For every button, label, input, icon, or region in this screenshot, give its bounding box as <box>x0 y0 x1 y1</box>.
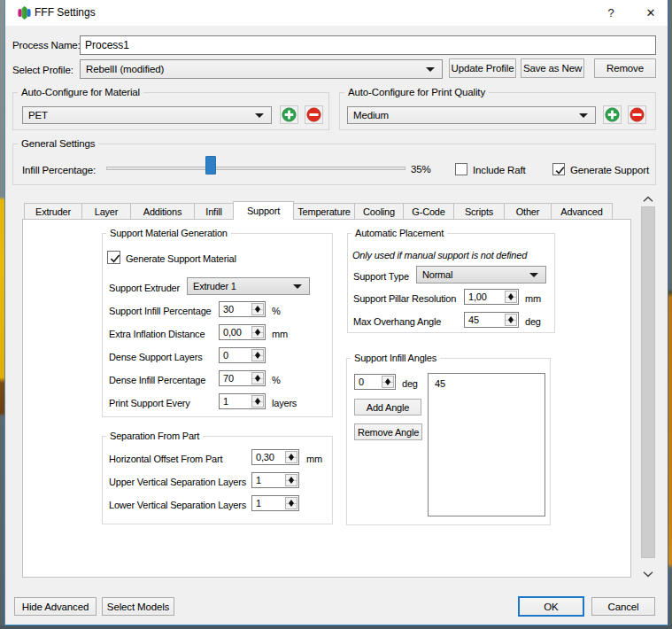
quality-combobox[interactable]: Medium <box>347 106 596 124</box>
scrollbar-thumb[interactable] <box>641 206 655 558</box>
tab-additions[interactable]: Additions <box>130 203 195 219</box>
scroll-down-icon[interactable] <box>642 571 654 578</box>
support-extruder-value: Extruder 1 <box>193 278 236 294</box>
tab-gcode[interactable]: G-Code <box>403 203 454 219</box>
row-unit: % <box>272 305 281 317</box>
minus-circle-icon <box>306 107 321 122</box>
spinner-buttons[interactable] <box>382 376 394 388</box>
spin-down-icon[interactable] <box>289 503 294 507</box>
tab-other[interactable]: Other <box>504 203 552 219</box>
angles-listbox[interactable]: 45 <box>428 373 545 516</box>
profile-combobox[interactable]: RebelII (modified) <box>80 59 443 79</box>
lower-vertical-separation-spinbox[interactable]: 1 <box>251 495 299 511</box>
save-as-new-button[interactable]: Save as New <box>521 58 584 78</box>
spin-down-icon[interactable] <box>255 378 260 382</box>
add-angle-button[interactable]: Add Angle <box>354 399 421 415</box>
title-bar[interactable]: FFF Settings ? ✕ <box>5 0 668 26</box>
include-raft-checkbox[interactable] <box>455 163 467 175</box>
chevron-down-icon <box>579 113 588 118</box>
row-label: Extra Inflation Distance <box>109 328 205 340</box>
spin-down-icon[interactable] <box>255 309 260 313</box>
spin-down-icon[interactable] <box>255 332 260 336</box>
row-label: Dense Infill Percentage <box>109 374 205 386</box>
support-extruder-combobox[interactable]: Extruder 1 <box>187 277 310 295</box>
generate-support-checkbox[interactable] <box>552 163 565 175</box>
extra-inflation-distance-spinbox[interactable]: 0,00 <box>219 324 266 340</box>
tab-infill[interactable]: Infill <box>194 203 234 219</box>
print-support-every-spinbox[interactable]: 1 <box>219 393 266 409</box>
spin-down-icon[interactable] <box>289 480 294 484</box>
dense-infill-percentage-spinbox[interactable]: 70 <box>219 370 266 386</box>
remove-button[interactable]: Remove <box>594 58 656 78</box>
tab-extruder[interactable]: Extruder <box>24 203 82 219</box>
tab-temperature[interactable]: Temperature <box>293 203 355 219</box>
spinner-buttons[interactable] <box>251 326 264 338</box>
spinner-buttons[interactable] <box>251 372 264 384</box>
generate-support-material-checkbox[interactable] <box>107 251 120 264</box>
row-label: Print Support Every <box>109 397 190 409</box>
support-infill-angles-title: Support Infill Angles <box>351 353 440 364</box>
spin-value: 0,00 <box>223 325 242 339</box>
support-generation-title: Support Material Generation <box>106 228 231 239</box>
angle-spinbox[interactable]: 0 <box>354 374 396 390</box>
dense-support-layers-spinbox[interactable]: 0 <box>219 347 266 363</box>
spinner-buttons[interactable] <box>251 349 264 361</box>
cancel-button[interactable]: Cancel <box>591 597 655 616</box>
hide-advanced-button[interactable]: Hide Advanced <box>14 597 97 616</box>
row-unit: deg <box>525 315 541 328</box>
tab-support[interactable]: Support <box>233 201 294 220</box>
add-material-button[interactable] <box>280 105 298 124</box>
material-combobox[interactable]: PET <box>22 106 272 124</box>
update-profile-button[interactable]: Update Profile <box>449 58 516 78</box>
tab-cooling[interactable]: Cooling <box>354 203 404 219</box>
help-button[interactable]: ? <box>599 0 623 26</box>
spin-down-icon[interactable] <box>289 457 294 461</box>
spinner-buttons[interactable] <box>505 314 517 326</box>
window-title: FFF Settings <box>35 0 96 26</box>
spinner-buttons[interactable] <box>251 303 264 315</box>
remove-angle-button[interactable]: Remove Angle <box>354 423 422 440</box>
spin-down-icon[interactable] <box>255 401 260 405</box>
add-quality-button[interactable] <box>603 105 622 124</box>
row-unit: mm <box>306 453 322 465</box>
infill-slider-handle[interactable] <box>205 156 216 175</box>
placement-note: Only used if manual support is not defin… <box>352 249 527 261</box>
process-name-input[interactable]: Process1 <box>80 35 656 55</box>
spinner-buttons[interactable] <box>251 395 264 408</box>
spin-down-icon[interactable] <box>508 297 514 300</box>
tab-layer[interactable]: Layer <box>81 203 131 219</box>
list-item[interactable]: 45 <box>435 377 445 390</box>
plus-circle-icon <box>282 107 297 122</box>
ok-button[interactable]: OK <box>518 596 584 617</box>
spinner-buttons[interactable] <box>505 291 517 303</box>
select-models-button[interactable]: Select Models <box>102 597 174 616</box>
checkmark-icon <box>554 165 566 176</box>
infill-percentage-value: 35% <box>411 163 431 175</box>
tab-scripts[interactable]: Scripts <box>453 203 505 219</box>
close-button[interactable]: ✕ <box>637 0 664 26</box>
spin-down-icon[interactable] <box>385 382 390 385</box>
background-bottom-strip <box>0 625 672 629</box>
chevron-down-icon <box>293 284 302 289</box>
separation-title: Separation From Part <box>106 431 203 442</box>
infill-slider-track[interactable] <box>106 167 406 170</box>
support-type-combobox[interactable]: Normal <box>416 266 546 283</box>
upper-vertical-separation-spinbox[interactable]: 1 <box>251 472 299 488</box>
support-infill-percentage-spinbox[interactable]: 30 <box>219 301 266 317</box>
spinner-buttons[interactable] <box>285 451 297 463</box>
material-group-title: Auto-Configure for Material <box>18 87 143 98</box>
spin-value: 0 <box>359 375 364 389</box>
remove-material-button[interactable] <box>305 105 323 124</box>
support-pillar-resolution-spinbox[interactable]: 1,00 <box>464 289 519 305</box>
spin-down-icon[interactable] <box>255 355 260 359</box>
background-right-strip <box>668 0 672 625</box>
spinner-buttons[interactable] <box>285 474 297 486</box>
scroll-up-icon[interactable] <box>642 196 654 203</box>
max-overhang-angle-spinbox[interactable]: 45 <box>464 312 519 328</box>
remove-quality-button[interactable] <box>628 105 646 124</box>
spinner-buttons[interactable] <box>285 497 297 509</box>
tab-advanced[interactable]: Advanced <box>551 203 613 219</box>
spin-down-icon[interactable] <box>508 320 514 323</box>
horizontal-offset-spinbox[interactable]: 0,30 <box>251 449 299 465</box>
support-extruder-label: Support Extruder <box>109 282 180 294</box>
